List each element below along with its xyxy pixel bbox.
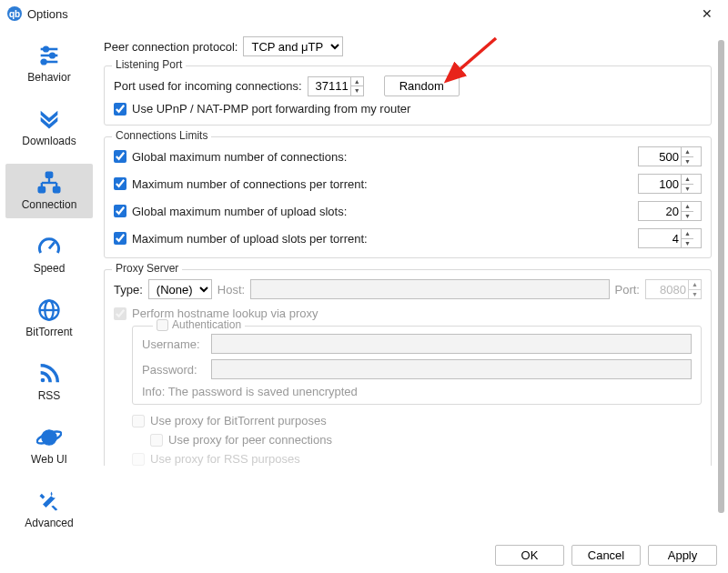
sidebar-item-label: Behavior [27, 71, 70, 84]
globe-icon [35, 297, 63, 324]
ok-button[interactable]: OK [495, 545, 564, 566]
limit-conn-per-torrent-input[interactable]: ▲▼ [638, 174, 702, 194]
port-spinner[interactable]: ▲▼ [350, 77, 363, 96]
proxy-rss-label: Use proxy for RSS purposes [150, 452, 300, 466]
gauge-icon [35, 233, 63, 260]
proxy-port-label: Port: [615, 283, 640, 297]
port-label: Port used for incoming connections: [114, 79, 302, 93]
sidebar-item-behavior[interactable]: Behavior [5, 36, 93, 91]
peer-protocol-select[interactable]: TCP and μTP [243, 36, 343, 56]
group-title: Proxy Server [112, 262, 182, 275]
footer: OK Cancel Apply [0, 537, 728, 573]
group-title: Connections Limits [112, 129, 211, 142]
group-title: Listening Port [112, 58, 186, 71]
limit-label: Global maximum number of upload slots: [132, 205, 347, 218]
random-button[interactable]: Random [384, 75, 460, 96]
sidebar: Behavior Downloads Connection Speed BitT… [0, 27, 98, 537]
sidebar-item-label: Speed [34, 262, 66, 275]
group-proxy-server: Proxy Server Type: (None) Host: Port: ▲▼… [104, 269, 712, 466]
username-input [211, 334, 692, 354]
svg-point-17 [41, 378, 46, 383]
sidebar-item-bittorrent[interactable]: BitTorrent [5, 291, 93, 346]
group-connections-limits: Connections Limits Global maximum number… [104, 136, 712, 258]
svg-rect-8 [54, 187, 60, 193]
proxy-peer-checkbox [150, 434, 163, 447]
sidebar-item-label: BitTorrent [25, 326, 72, 338]
window-title: Options [27, 7, 68, 21]
upnp-label: Use UPnP / NAT-PMP port forwarding from … [132, 102, 410, 116]
limit-global-conn-checkbox[interactable] [114, 150, 126, 163]
upnp-checkbox[interactable] [114, 103, 126, 116]
svg-point-1 [44, 47, 48, 52]
proxy-hostname-lookup-checkbox [114, 307, 126, 320]
limit-upload-per-torrent-input[interactable]: ▲▼ [638, 228, 702, 248]
sidebar-item-label: Connection [22, 198, 77, 211]
cancel-button[interactable]: Cancel [571, 545, 641, 566]
network-icon [35, 169, 63, 196]
group-listening-port: Listening Port Port used for incoming co… [104, 65, 712, 126]
svg-point-5 [42, 60, 46, 65]
svg-line-13 [49, 242, 55, 248]
proxy-port-input: ▲▼ [645, 279, 702, 299]
sidebar-item-label: Web UI [31, 453, 67, 466]
limit-label: Maximum number of upload slots per torre… [132, 232, 368, 246]
proxy-type-label: Type: [114, 283, 143, 297]
port-value[interactable] [308, 77, 350, 96]
username-label: Username: [142, 337, 206, 351]
sidebar-item-label: Advanced [25, 517, 73, 529]
rss-icon [35, 360, 63, 387]
password-input [211, 359, 692, 379]
sidebar-item-label: Downloads [22, 135, 76, 147]
scrollbar[interactable] [718, 40, 724, 513]
limit-global-upload-input[interactable]: ▲▼ [638, 201, 702, 221]
proxy-rss-checkbox [132, 453, 145, 466]
proxy-bt-label: Use proxy for BitTorrent purposes [150, 414, 327, 427]
sidebar-item-downloads[interactable]: Downloads [5, 100, 93, 155]
svg-rect-7 [38, 187, 45, 193]
chevrons-down-icon [35, 106, 63, 133]
limit-global-conn-input[interactable]: ▲▼ [638, 146, 702, 166]
proxy-peer-label: Use proxy for peer connections [168, 433, 332, 447]
proxy-host-input [250, 279, 609, 299]
peer-protocol-label: Peer connection protocol: [104, 40, 238, 54]
close-button[interactable]: ✕ [693, 6, 721, 21]
limit-global-upload-checkbox[interactable] [114, 205, 126, 217]
svg-point-3 [50, 54, 55, 58]
password-info: Info: The password is saved unencrypted [142, 385, 692, 398]
proxy-host-label: Host: [217, 283, 245, 297]
tools-icon [35, 488, 63, 515]
limit-label: Maximum number of connections per torren… [132, 177, 368, 191]
proxy-bt-checkbox [132, 415, 145, 427]
group-authentication: Authentication Username: Password: Info:… [132, 326, 702, 405]
content-pane: Peer connection protocol: TCP and μTP Li… [98, 27, 728, 537]
proxy-type-select[interactable]: (None) [148, 279, 212, 299]
apply-button[interactable]: Apply [648, 545, 717, 566]
limit-label: Global maximum number of connections: [132, 150, 347, 164]
planet-icon [35, 424, 63, 451]
auth-label: Authentication [172, 318, 241, 331]
password-label: Password: [142, 363, 206, 377]
sliders-icon [35, 42, 63, 69]
sidebar-item-connection[interactable]: Connection [5, 164, 93, 218]
limit-conn-per-torrent-checkbox[interactable] [114, 177, 126, 190]
titlebar: qb Options ✕ [0, 0, 728, 27]
svg-rect-6 [46, 172, 53, 177]
sidebar-item-webui[interactable]: Web UI [5, 418, 93, 473]
sidebar-item-speed[interactable]: Speed [5, 227, 93, 282]
port-input[interactable]: ▲▼ [308, 76, 364, 96]
sidebar-item-rss[interactable]: RSS [5, 355, 93, 409]
auth-checkbox [157, 319, 168, 331]
sidebar-item-advanced[interactable]: Advanced [5, 482, 93, 537]
app-icon: qb [7, 6, 22, 21]
limit-upload-per-torrent-checkbox[interactable] [114, 232, 126, 245]
sidebar-item-label: RSS [38, 389, 61, 402]
